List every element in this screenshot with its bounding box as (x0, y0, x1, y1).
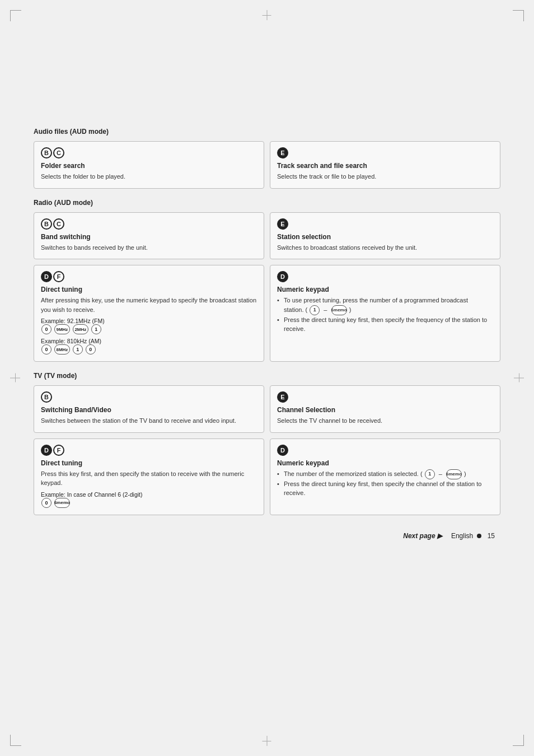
section-tv-label: TV (TV mode) (34, 372, 500, 380)
channel-selection-badges: E (277, 391, 493, 403)
direct-tuning-tv-title: Direct tuning (41, 459, 257, 467)
station-selection-title: Station selection (277, 233, 493, 241)
folder-search-title: Folder search (41, 162, 257, 170)
switching-band-video-desc: Switches between the station of the TV b… (41, 416, 257, 426)
language-label: English (451, 532, 473, 540)
numeric-keypad-radio-badges: D (277, 271, 493, 282)
tv-bottom-grid: D F Direct tuning Press this key first, … (34, 438, 500, 515)
badge-B-band: B (41, 218, 52, 230)
direct-tuning-radio-title: Direct tuning (41, 286, 257, 293)
numeric-keypad-tv-bullets: The number of the memorized station is s… (277, 469, 493, 498)
badge-E-station: E (277, 218, 288, 230)
badge-D-direct-radio: D (41, 271, 52, 282)
key-0-tv: 0 (41, 498, 51, 508)
example2-label: Example: 810kHz (AM) (41, 338, 101, 344)
direct-tuning-radio-example2: Example: 810kHz (AM) 0 8MHz 1 0 (41, 338, 257, 354)
section-tv: TV (TV mode) B Switching Band/Video Swit… (34, 372, 500, 515)
band-switching-title: Band switching (41, 233, 257, 241)
badge-F-direct-tv: F (53, 445, 64, 456)
key-6memo-preset: 6memo (331, 305, 347, 315)
badge-D-numeric-tv: D (277, 445, 288, 456)
dot-separator (477, 534, 481, 538)
numeric-keypad-radio-bullets: To use preset tuning, press the number o… (277, 296, 493, 334)
direct-tuning-radio-badges: D F (41, 271, 257, 282)
track-search-box: E Track search and file search Selects t… (270, 141, 500, 189)
direct-tuning-tv-desc: Press this key first, and then specify t… (41, 469, 257, 488)
band-switching-desc: Switches to bands received by the unit. (41, 243, 257, 253)
tv-example1-label: Example: In case of Channel 6 (2-digit) (41, 491, 143, 498)
tv-example1-keys: 0 6memo (41, 498, 71, 505)
band-switching-box: B C Band switching Switches to bands rec… (34, 212, 264, 260)
badge-D-direct-tv: D (41, 445, 52, 456)
numeric-radio-bullet1: To use preset tuning, press the number o… (277, 296, 493, 315)
tv-top-grid: B Switching Band/Video Switches between … (34, 385, 500, 433)
badge-C-band: C (53, 218, 64, 230)
example2-keys: 0 8MHz 1 0 (41, 346, 96, 352)
direct-tuning-tv-badges: D F (41, 445, 257, 456)
direct-tuning-tv-box: D F Direct tuning Press this key first, … (34, 438, 264, 515)
section-audio-files-label: Audio files (AUD mode) (34, 128, 500, 136)
track-search-desc: Selects the track or file to be played. (277, 172, 493, 181)
badge-B-folder: B (41, 147, 52, 158)
page: Audio files (AUD mode) B C Folder search… (0, 0, 534, 756)
key-0-3: 0 (86, 344, 96, 354)
numeric-keypad-radio-box: D Numeric keypad To use preset tuning, p… (270, 265, 500, 362)
numeric-keypad-tv-badges: D (277, 445, 493, 456)
crosshair-right (514, 378, 524, 379)
example1-keys: 0 9MHz 2MHz 1 (41, 325, 102, 332)
corner-tr (513, 10, 524, 21)
key-0-2: 0 (41, 344, 51, 354)
key-6memo-tv-preset: 6memo (446, 469, 462, 479)
numeric-keypad-radio-title: Numeric keypad (277, 286, 493, 293)
page-num-value: 15 (488, 532, 495, 540)
switching-band-video-title: Switching Band/Video (41, 406, 257, 414)
numeric-radio-bullet2: Press the direct tuning key first, then … (277, 315, 493, 334)
corner-bl (10, 735, 21, 746)
key-1: 1 (91, 324, 101, 334)
key-1-2: 1 (73, 344, 83, 354)
folder-search-box: B C Folder search Selects the folder to … (34, 141, 264, 189)
numeric-tv-bullet2: Press the direct tuning key first, then … (277, 479, 493, 498)
badge-D-numeric-radio: D (277, 271, 288, 282)
example1-label: Example: 92.1MHz (FM) (41, 318, 105, 324)
badge-C-folder: C (53, 147, 64, 158)
audio-files-grid: B C Folder search Selects the folder to … (34, 141, 500, 189)
channel-selection-box: E Channel Selection Selects the TV chann… (270, 385, 500, 433)
switching-band-video-badges: B (41, 391, 257, 403)
crosshair-left (10, 378, 20, 379)
folder-search-desc: Selects the folder to be played. (41, 172, 257, 181)
direct-tuning-radio-box: D F Direct tuning After pressing this ke… (34, 265, 264, 362)
footer: Next page ▶ English 15 (34, 532, 500, 540)
corner-tl (10, 10, 21, 21)
page-number: English 15 (451, 532, 495, 540)
corner-br (513, 735, 524, 746)
channel-selection-title: Channel Selection (277, 406, 493, 414)
track-search-title: Track search and file search (277, 162, 493, 170)
badge-E-track: E (277, 147, 288, 158)
station-selection-box: E Station selection Switches to broadcas… (270, 212, 500, 260)
crosshair-top (267, 10, 268, 20)
key-1-tv-preset: 1 (425, 469, 435, 479)
radio-bottom-grid: D F Direct tuning After pressing this ke… (34, 265, 500, 362)
direct-tuning-tv-example1: Example: In case of Channel 6 (2-digit) … (41, 491, 257, 508)
badge-F-direct-radio: F (53, 271, 64, 282)
section-radio: Radio (AUD mode) B C Band switching Swit… (34, 199, 500, 362)
section-audio-files: Audio files (AUD mode) B C Folder search… (34, 128, 500, 189)
key-9mhz: 9MHz (54, 324, 70, 334)
crosshair-bottom (267, 736, 268, 746)
next-page-label: Next page ▶ (403, 532, 442, 540)
key-8mhz: 8MHz (54, 344, 70, 354)
numeric-tv-bullet1: The number of the memorized station is s… (277, 469, 493, 479)
section-radio-label: Radio (AUD mode) (34, 199, 500, 207)
badge-B-tv: B (41, 391, 52, 403)
direct-tuning-radio-example1: Example: 92.1MHz (FM) 0 9MHz 2MHz 1 (41, 318, 257, 334)
badge-E-channel: E (277, 391, 288, 403)
band-switching-badges: B C (41, 218, 257, 230)
radio-top-grid: B C Band switching Switches to bands rec… (34, 212, 500, 260)
station-selection-desc: Switches to broadcast stations received … (277, 243, 493, 253)
key-0-1: 0 (41, 324, 51, 334)
switching-band-video-box: B Switching Band/Video Switches between … (34, 385, 264, 433)
direct-tuning-radio-desc: After pressing this key, use the numeric… (41, 296, 257, 314)
key-6memo-tv: 6memo (54, 498, 70, 508)
numeric-keypad-tv-title: Numeric keypad (277, 459, 493, 467)
